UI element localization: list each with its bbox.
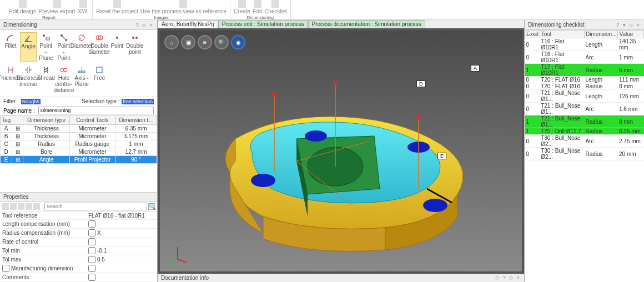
svg-point-0 bbox=[43, 34, 45, 37]
tool-hole[interactable]: Hole centre-distance bbox=[56, 64, 72, 94]
doc-tab[interactable]: Process edit : Simulation process bbox=[218, 20, 308, 28]
filter-value[interactable]: Roughs bbox=[21, 99, 41, 104]
dimensioning-title: Dimensioning bbox=[3, 22, 37, 28]
checklist-table[interactable]: ExistToolDimension...Value0T16 : Flat Ø1… bbox=[525, 30, 644, 160]
tool-pt-plane[interactable]: Point - Plane bbox=[38, 32, 54, 62]
property-row[interactable]: Manufacturing dimension bbox=[0, 264, 157, 273]
tool-pt[interactable]: Point bbox=[109, 32, 125, 62]
svg-line-39 bbox=[178, 259, 187, 263]
fillet-icon bbox=[6, 33, 15, 42]
3d-viewport[interactable]: ⌂ ▣ ≡ 🔍 ◉ bbox=[160, 31, 522, 271]
tool-angle[interactable]: Angle bbox=[20, 32, 37, 62]
view-btn-2[interactable]: ▣ bbox=[181, 35, 195, 49]
ribbon-btn[interactable]: Preview export bbox=[38, 0, 75, 14]
checklist-controls[interactable]: ? ▾ ◇ × bbox=[616, 22, 641, 28]
search-icon[interactable]: 🔍 bbox=[148, 203, 155, 210]
checklist-row[interactable]: 0T30 : Bull_Nose Ø2...Radius20 mm bbox=[525, 148, 644, 160]
prop-icon[interactable] bbox=[26, 203, 32, 210]
hole-icon bbox=[59, 66, 68, 74]
doc-info-title: Documentation info bbox=[161, 275, 209, 281]
pt-plane-icon bbox=[42, 33, 51, 42]
right-panel: Dimensioning checklist ? ▾ ◇ × ExistTool… bbox=[524, 20, 644, 282]
property-row[interactable]: Length compensation (mm) bbox=[0, 220, 157, 229]
svg-rect-23 bbox=[97, 67, 102, 73]
filter-label: Filter : bbox=[3, 98, 19, 104]
properties-search[interactable] bbox=[44, 203, 147, 210]
checklist-row[interactable]: 0T20 : FLAT Ø16Radius8 mm bbox=[525, 83, 644, 90]
tool-free[interactable]: Free bbox=[91, 64, 108, 94]
svg-point-19 bbox=[61, 68, 64, 72]
checklist-row[interactable]: 1T17 : Flat Ø10R1Radius5 mm bbox=[525, 64, 644, 77]
checklist-row[interactable]: 0T20 : FLAT Ø16Length111 mm bbox=[525, 77, 644, 83]
svg-point-34 bbox=[416, 114, 421, 119]
part-3d-render bbox=[197, 61, 485, 261]
table-row[interactable]: E⊞AngleProfil Projector90 ° bbox=[1, 156, 157, 164]
page-name-row: Page name : bbox=[0, 105, 157, 115]
doc-tab[interactable]: Aero_Buterffly.NcsPrj bbox=[158, 20, 218, 28]
dimension-table[interactable]: TagDimension typeControl ToolsDimension … bbox=[0, 115, 157, 164]
tool-axis[interactable]: Axis - Plane bbox=[73, 64, 90, 94]
svg-rect-1 bbox=[46, 38, 49, 40]
property-row[interactable]: Radius compensation (mm) X bbox=[0, 229, 157, 238]
prop-icon[interactable] bbox=[33, 203, 40, 210]
property-row[interactable]: Tool reference FLAT Ø16 - flat Ø10R1 bbox=[0, 212, 157, 220]
ribbon-btn[interactable]: Use this process view as reference bbox=[140, 0, 227, 14]
ribbon-btn[interactable]: Reset the project bbox=[96, 0, 138, 14]
prop-icon[interactable] bbox=[18, 203, 24, 210]
checklist-row[interactable]: 0T21 : Bull_Nose Ø1...Arc1.6 mm bbox=[525, 103, 644, 115]
property-row[interactable]: Comments bbox=[0, 273, 157, 282]
panel-controls[interactable]: ? ◇ × bbox=[136, 22, 154, 28]
checklist-row[interactable]: 0T21 : Bull_Nose Ø1...Length126 mm bbox=[525, 90, 644, 103]
tool-dbl-pt[interactable]: Double point bbox=[127, 32, 143, 62]
center-area: Aero_Buterffly.NcsPrjProcess edit : Simu… bbox=[158, 20, 524, 282]
property-row[interactable]: Rate of control bbox=[0, 238, 157, 246]
doc-tab[interactable]: Process documentation : Simulation proce… bbox=[308, 20, 425, 28]
tool-dia[interactable]: Diameter bbox=[73, 32, 90, 62]
checklist-header: Dimensioning checklist ? ▾ ◇ × bbox=[525, 20, 644, 30]
view-btn-3[interactable]: ≡ bbox=[198, 35, 212, 49]
checklist-row[interactable]: 1T25 : Drill Ø12.7Radius6.35 mm bbox=[525, 128, 644, 135]
tool-dbl-dia[interactable]: Double diameter bbox=[91, 32, 108, 62]
prop-icon[interactable] bbox=[2, 203, 9, 210]
tool-pt-pt[interactable]: Point - Point bbox=[56, 32, 72, 62]
tool-fillet[interactable]: Fillet bbox=[2, 32, 19, 62]
property-row[interactable]: Tol max 0.5 bbox=[0, 255, 157, 264]
doc-info-controls[interactable]: ◇ ? ◇ × bbox=[495, 275, 521, 281]
checklist-row[interactable]: 1T21 : Bull_Nose Ø1...Radius8 mm bbox=[525, 115, 644, 128]
workspace: Dimensioning ? ◇ × FilletAnglePoint - Pl… bbox=[0, 20, 644, 282]
tool-thick-inv[interactable]: Thickness inverse bbox=[20, 64, 37, 94]
table-row[interactable]: B⊞ThicknessMicrometer3.175 mm bbox=[1, 133, 157, 140]
table-row[interactable]: D⊞BoreMicrometer12.7 mm bbox=[1, 148, 157, 156]
ribbon-btn[interactable]: Edit bbox=[253, 0, 262, 14]
documentation-info-bar: Documentation info ◇ ? ◇ × bbox=[158, 274, 524, 282]
thick-icon bbox=[6, 66, 15, 74]
seltype-label: Selection type : bbox=[82, 98, 119, 104]
free-icon bbox=[95, 66, 104, 74]
document-tabs: Aero_Buterffly.NcsPrjProcess edit : Simu… bbox=[158, 20, 524, 28]
view-btn-4[interactable]: 🔍 bbox=[214, 35, 229, 49]
svg-line-4 bbox=[62, 36, 66, 40]
ribbon-btn[interactable]: Edit design bbox=[9, 0, 36, 14]
table-row[interactable]: A⊞ThicknessMicrometer6.35 mm bbox=[1, 125, 157, 133]
view-btn-1[interactable]: ⌂ bbox=[164, 35, 179, 49]
seltype-value[interactable]: free selection bbox=[122, 99, 154, 104]
prop-icon[interactable] bbox=[10, 203, 17, 210]
axis-indicator bbox=[167, 243, 189, 265]
callout-e[interactable]: E bbox=[437, 153, 446, 159]
checklist-row[interactable]: 0T30 : Bull_Nose Ø2...Arc2.75 mm bbox=[525, 135, 644, 148]
page-name-input[interactable] bbox=[38, 107, 154, 114]
dbl-dia-icon bbox=[95, 33, 104, 42]
ribbon-btn[interactable]: Checklist bbox=[264, 0, 287, 14]
property-row[interactable]: Tol min -0.1 bbox=[0, 246, 157, 255]
checklist-row[interactable]: 0T16 : Flat Ø10R1Length140.35 mm bbox=[525, 38, 644, 51]
top-ribbon: Edit designPreview exportXMLReportReset … bbox=[0, 0, 644, 20]
callout-d[interactable]: D bbox=[416, 80, 426, 87]
tool-thread[interactable]: Thread bbox=[38, 64, 54, 94]
ribbon-btn[interactable]: Create bbox=[234, 0, 250, 14]
table-row[interactable]: C⊞RadiusRadius gauge1 mm bbox=[1, 140, 157, 148]
checklist-row[interactable]: 0T16 : Flat Ø10R1Arc1 mm bbox=[525, 51, 644, 64]
left-panel: Dimensioning ? ◇ × FilletAnglePoint - Pl… bbox=[0, 20, 158, 282]
view-btn-5[interactable]: ◉ bbox=[231, 35, 245, 49]
ribbon-btn[interactable]: XML bbox=[78, 0, 89, 14]
callout-a[interactable]: A bbox=[471, 65, 480, 72]
